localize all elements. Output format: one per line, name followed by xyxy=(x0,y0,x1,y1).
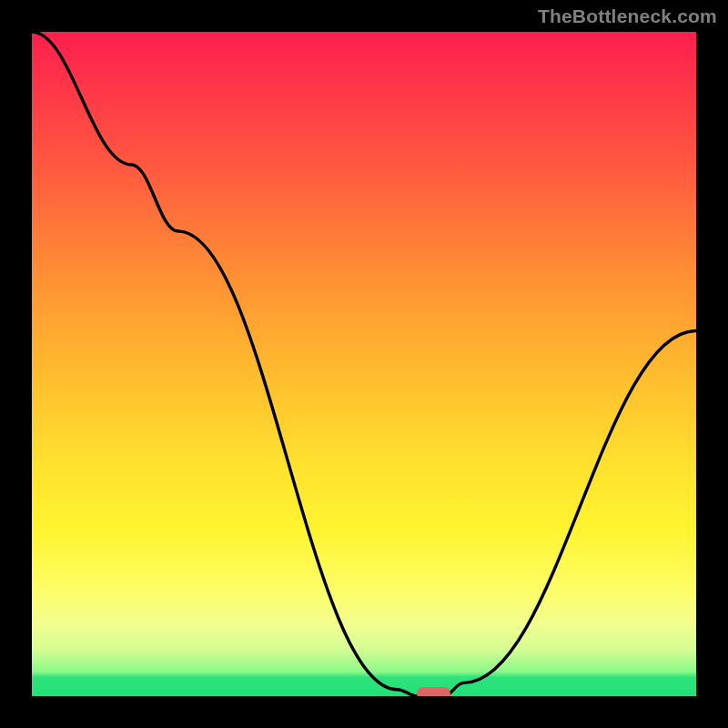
chart-frame: TheBottleneck.com xyxy=(0,0,728,728)
bottleneck-curve xyxy=(32,32,696,696)
plot-area xyxy=(32,32,696,696)
attribution-text: TheBottleneck.com xyxy=(538,5,717,27)
optimal-marker xyxy=(417,687,450,696)
